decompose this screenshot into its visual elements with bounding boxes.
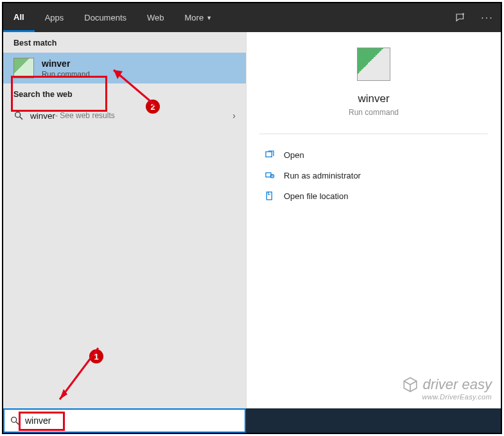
search-web-header: Search the web xyxy=(3,83,246,104)
tab-documents[interactable]: Documents xyxy=(74,3,137,32)
results-panel: Best match winver Run command Search the… xyxy=(3,32,246,408)
svg-line-1 xyxy=(20,117,22,119)
preview-subtitle: Run command xyxy=(247,108,501,117)
open-icon xyxy=(265,150,275,160)
web-result-hint: - See web results xyxy=(55,111,115,120)
web-result-term: winver xyxy=(30,111,55,121)
tab-all[interactable]: All xyxy=(3,3,35,32)
search-icon xyxy=(10,415,20,426)
tab-label: Web xyxy=(147,13,164,22)
preview-title: winver xyxy=(247,92,501,105)
preview-panel: winver Run command Open Run as administr… xyxy=(246,32,501,408)
admin-icon xyxy=(265,170,275,180)
divider xyxy=(259,134,488,134)
app-icon xyxy=(13,58,34,78)
action-label: Run as administrator xyxy=(284,171,361,180)
tab-web[interactable]: Web xyxy=(137,3,175,32)
search-input[interactable] xyxy=(25,415,239,426)
svg-point-6 xyxy=(12,417,17,423)
web-search-result[interactable]: winver - See web results › xyxy=(3,104,246,127)
action-open-location[interactable]: Open file location xyxy=(247,186,501,206)
action-label: Open xyxy=(284,150,304,160)
search-tabs-bar: All Apps Documents Web More▼ ··· xyxy=(3,3,501,32)
tab-apps[interactable]: Apps xyxy=(35,3,74,32)
feedback-icon[interactable] xyxy=(447,3,474,32)
action-label: Open file location xyxy=(284,191,348,201)
result-subtitle: Run command xyxy=(42,70,90,78)
svg-rect-2 xyxy=(266,152,272,157)
svg-line-7 xyxy=(16,422,19,424)
tab-label: All xyxy=(13,12,24,22)
folder-icon xyxy=(265,191,275,201)
caret-down-icon: ▼ xyxy=(206,15,212,21)
tab-label: Documents xyxy=(84,13,126,22)
best-match-header: Best match xyxy=(3,32,246,53)
svg-rect-5 xyxy=(266,192,272,200)
best-match-result[interactable]: winver Run command xyxy=(3,53,246,83)
action-run-admin[interactable]: Run as administrator xyxy=(247,165,501,186)
chevron-right-icon: › xyxy=(232,110,236,121)
tab-label: Apps xyxy=(45,13,64,22)
action-open[interactable]: Open xyxy=(247,144,501,165)
tab-more[interactable]: More▼ xyxy=(175,3,223,32)
more-options-icon[interactable]: ··· xyxy=(474,3,501,32)
result-title: winver xyxy=(42,58,90,69)
search-bar[interactable] xyxy=(3,408,246,433)
app-icon-large xyxy=(357,48,390,81)
search-icon xyxy=(13,110,24,121)
svg-point-0 xyxy=(15,112,21,118)
taskbar-remainder xyxy=(246,408,501,433)
tab-label: More xyxy=(185,13,204,22)
